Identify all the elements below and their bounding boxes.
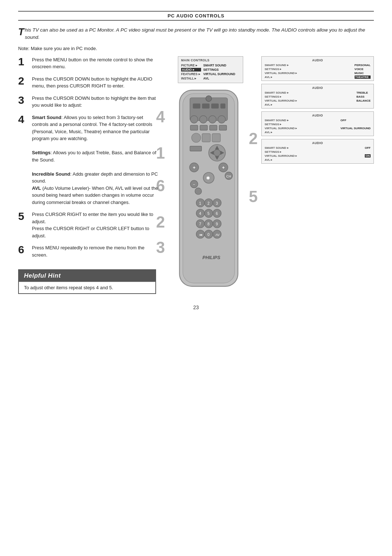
ab4-val-3 xyxy=(365,158,371,162)
audio-box-2-grid: Smart Sound ▸ Treble Settings ▸ Bass Vir… xyxy=(265,91,371,106)
svg-text:3: 3 xyxy=(216,201,218,205)
mc-row-0: Picture ▸ Smart Sound xyxy=(181,64,240,67)
ab4-val-0: Off xyxy=(365,146,371,150)
audio-box-4-grid: Smart Sound ▸ Off Settings ▸ Virtual Sur… xyxy=(265,146,371,162)
svg-text:6: 6 xyxy=(216,212,218,216)
mc-right-2: Virtual Surround xyxy=(203,72,235,76)
intro-paragraph: This TV can also be used as a PC Monitor… xyxy=(18,26,374,41)
mc-row-3: Install ▸ AVL xyxy=(181,77,240,80)
svg-text:✱: ✱ xyxy=(206,176,210,180)
step-3-number: 3 xyxy=(18,95,28,106)
svg-rect-18 xyxy=(212,134,220,142)
svg-point-36 xyxy=(195,188,201,194)
step-6: 6 Press MENU repeatedly to remove the me… xyxy=(18,244,160,258)
mc-right-3: AVL xyxy=(203,77,209,80)
steps-column: 1 Press the MENU button on the remote co… xyxy=(18,56,160,296)
svg-text:2: 2 xyxy=(208,201,210,205)
step-2-number: 2 xyxy=(18,75,28,86)
ab3-val-1 xyxy=(340,123,371,126)
audio-box-3: Audio Smart Sound ▸ Off Settings ▸ Virtu… xyxy=(261,111,374,136)
svg-point-10 xyxy=(209,115,216,123)
svg-text:8: 8 xyxy=(208,222,210,226)
ab2-val-0: Treble xyxy=(356,91,371,94)
svg-text:+: + xyxy=(222,165,225,170)
avl-bold: AVL xyxy=(32,185,41,191)
audio-boxes-column: Audio Smart Sound ▸ Personal Settings ▸ … xyxy=(261,56,374,296)
note-text: Note: Make sure you are in PC mode. xyxy=(18,46,374,51)
svg-point-16 xyxy=(192,133,201,142)
settings-bold: Settings xyxy=(32,150,50,155)
step-4: 4 Smart Sound: Allows you to select from… xyxy=(18,114,160,206)
svg-text:PHILIPS: PHILIPS xyxy=(203,255,221,260)
remote-column: Main Controls Picture ▸ Smart Sound Audi… xyxy=(163,56,258,296)
svg-text:0: 0 xyxy=(208,232,210,236)
step-2-text: Press the CURSOR DOWN button to highligh… xyxy=(32,75,160,90)
svg-rect-13 xyxy=(200,125,208,130)
ab1-val-3: Theatre xyxy=(355,75,371,79)
ab3-label-2: Virtual Surround ▸ xyxy=(265,127,338,130)
drop-cap: T xyxy=(18,27,24,37)
ab4-label-3: AVL ▸ xyxy=(265,158,363,162)
audio-box-2: Audio Smart Sound ▸ Treble Settings ▸ Ba… xyxy=(261,84,374,109)
main-controls-title: Main Controls xyxy=(181,58,240,62)
step-6-text: Press MENU repeatedly to remove the menu… xyxy=(32,244,160,258)
ab3-label-0: Smart Sound ▸ xyxy=(265,119,338,122)
step-1-text: Press the MENU button on the remote cont… xyxy=(32,56,160,70)
ab1-label-3: AVL ▸ xyxy=(265,75,352,79)
svg-text:9: 9 xyxy=(216,222,218,226)
ab2-label-3: AVL ▸ xyxy=(265,103,354,106)
settings-text: : Allows you to adjust Treble, Bass, and… xyxy=(32,150,156,163)
remote-control: 4 1 6 2 5 2 3 xyxy=(167,86,254,296)
audio-box-2-title: Audio xyxy=(265,86,371,90)
svg-point-3 xyxy=(206,95,212,101)
step-5: 5 Press CURSOR RIGHT to enter the item y… xyxy=(18,211,160,239)
svg-rect-19 xyxy=(190,146,201,151)
svg-point-25 xyxy=(214,149,220,156)
incredible-bold: Incredible Sound xyxy=(32,171,70,177)
main-content: 1 Press the MENU button on the remote co… xyxy=(18,56,374,296)
ab1-label-0: Smart Sound ▸ xyxy=(265,64,352,67)
svg-text:5: 5 xyxy=(208,212,210,216)
ab4-val-1 xyxy=(365,150,371,154)
svg-text:7: 7 xyxy=(199,222,201,226)
ab2-label-0: Smart Sound ▸ xyxy=(265,91,354,94)
svg-rect-7 xyxy=(220,103,225,109)
svg-text:AV: AV xyxy=(215,233,220,236)
audio-box-1-grid: Smart Sound ▸ Personal Settings ▸ Voice … xyxy=(265,64,371,79)
step-5-text: Press CURSOR RIGHT to enter the item you… xyxy=(32,211,160,239)
mc-row-2: Features ▸ Virtual Surround xyxy=(181,72,240,76)
audio-box-4: Audio Smart Sound ▸ Off Settings ▸ Virtu… xyxy=(261,139,374,164)
ab2-val-1: Bass xyxy=(356,95,371,98)
mc-row-1: Audio ▸ Settings xyxy=(181,68,240,71)
ab1-val-2: Music xyxy=(355,71,371,75)
helpful-hint-body: To adjust other items repeat steps 4 and… xyxy=(19,282,155,293)
svg-rect-14 xyxy=(209,125,217,130)
step-2: 2 Press the CURSOR DOWN button to highli… xyxy=(18,75,160,90)
audio-box-1-title: Audio xyxy=(265,58,371,62)
ab4-label-0: Smart Sound ▸ xyxy=(265,146,363,150)
step-4-bold: Smart Sound xyxy=(32,115,61,120)
svg-text:+: + xyxy=(193,165,195,170)
header-title: PC Audio Controls xyxy=(168,13,225,19)
audio-box-1: Audio Smart Sound ▸ Personal Settings ▸ … xyxy=(261,56,374,81)
step-1-number: 1 xyxy=(18,56,28,67)
svg-rect-4 xyxy=(193,103,200,109)
page-number: 23 xyxy=(18,304,374,310)
ab1-label-1: Settings ▸ xyxy=(265,68,352,71)
svg-rect-5 xyxy=(202,103,210,109)
step-3: 3 Press the CURSOR DOWN button to highli… xyxy=(18,95,160,109)
svg-text:1: 1 xyxy=(199,201,201,205)
svg-point-8 xyxy=(190,115,198,123)
step-4-number: 4 xyxy=(18,114,28,125)
svg-text:CH: CH xyxy=(226,174,231,178)
page-header: PC Audio Controls xyxy=(18,11,374,21)
step-5-number: 5 xyxy=(18,211,28,222)
ab2-label-1: Settings ▸ xyxy=(265,95,354,98)
svg-rect-17 xyxy=(202,134,211,142)
step-3-text: Press the CURSOR DOWN button to highligh… xyxy=(32,95,160,109)
ab3-label-3: AVL ▸ xyxy=(265,131,338,134)
mc-right-0: Smart Sound xyxy=(203,64,226,67)
ab4-label-2: Virtual Surround ▸ xyxy=(265,154,363,158)
ab1-val-0: Personal xyxy=(355,64,371,67)
ab1-val-1: Voice xyxy=(355,68,371,71)
